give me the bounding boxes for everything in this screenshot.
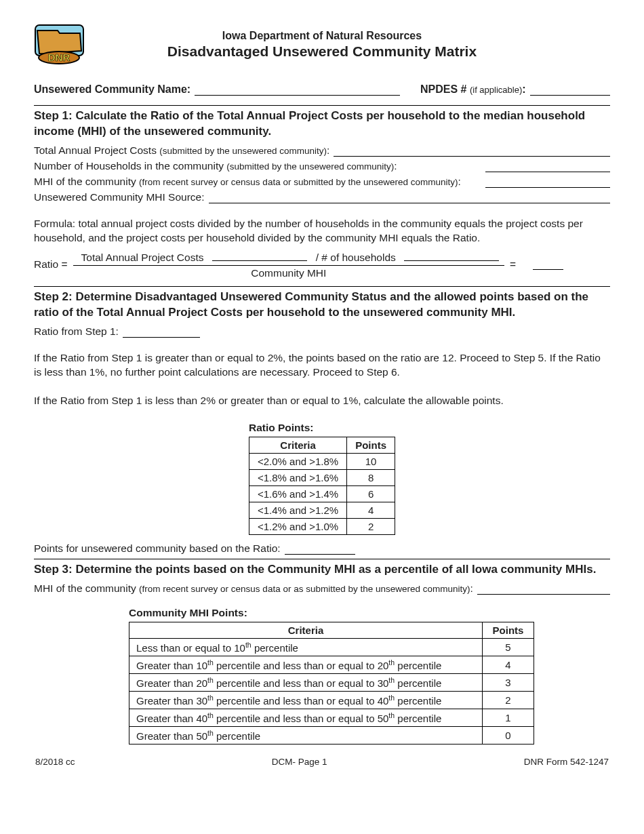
step3-mhi-input[interactable]: [477, 582, 610, 595]
footer: 8/2018 cc DCM- Page 1 DNR Form 542-1247: [34, 757, 610, 767]
step1-heading: Step 1: Calculate the Ratio of the Total…: [34, 108, 610, 140]
ratio-from-label: Ratio from Step 1:: [34, 325, 123, 338]
ratio-formula: Ratio = Total Annual Project Costs / # o…: [34, 250, 610, 279]
tapc-label: Total Annual Project Costs (submitted by…: [34, 144, 334, 157]
col-points: Points: [483, 622, 534, 639]
separator: [34, 559, 610, 559]
ratio-result-blank[interactable]: [533, 258, 563, 270]
step3-mhi-label: MHI of the community (from recent survey…: [34, 582, 477, 595]
page: DNR Iowa Department of Natural Resources…: [0, 0, 644, 780]
dnr-logo: DNR: [34, 24, 85, 66]
col-criteria: Criteria: [249, 437, 346, 454]
ratio-table-caption: Ratio Points:: [249, 422, 395, 437]
footer-center: DCM- Page 1: [272, 757, 327, 767]
npdes-label: NPDES # (if applicable):: [420, 83, 530, 96]
ratio-points-table: Ratio Points: Criteria Points <2.0% and …: [249, 422, 395, 535]
table-row: Greater than 10th percentile and less th…: [129, 656, 534, 674]
table-row: <1.4% and >1.2%4: [249, 502, 395, 519]
separator: [34, 286, 610, 287]
col-points: Points: [347, 437, 395, 454]
hh-label: Number of Households in the community (s…: [34, 160, 401, 172]
svg-text:DNR: DNR: [48, 52, 71, 63]
table-row: Greater than 30th percentile and less th…: [129, 692, 534, 709]
step2-para2: If the Ratio from Step 1 is less than 2%…: [34, 394, 610, 408]
hh-input[interactable]: [485, 159, 610, 172]
step2-para1: If the Ratio from Step 1 is greater than…: [34, 351, 610, 380]
mhisrc-label: Unsewered Community MHI Source:: [34, 191, 209, 203]
table-row: Less than or equal to 10th percentile5: [129, 639, 534, 656]
table-row: Greater than 40th percentile and less th…: [129, 709, 534, 727]
footer-left: 8/2018 cc: [35, 757, 75, 767]
step3-heading: Step 3: Determine the points based on th…: [34, 562, 610, 578]
department-name: Iowa Department of Natural Resources: [98, 30, 546, 42]
tapc-input[interactable]: [334, 144, 610, 157]
ratio-from-input[interactable]: [123, 325, 200, 338]
table-row: <1.8% and >1.6%8: [249, 470, 395, 486]
npdes-input[interactable]: [530, 83, 610, 96]
col-criteria: Criteria: [129, 622, 483, 639]
community-name-label: Unsewered Community Name:: [34, 83, 195, 96]
ratio-points-input[interactable]: [285, 542, 355, 555]
ratio-hh-blank[interactable]: [404, 250, 499, 261]
mhisrc-input[interactable]: [209, 191, 610, 203]
separator: [34, 105, 610, 106]
ratio-label: Ratio =: [34, 258, 68, 271]
top-fields: Unsewered Community Name: NPDES # (if ap…: [34, 83, 610, 96]
mhi-input[interactable]: [485, 175, 610, 188]
formula-text: Formula: total annual project costs divi…: [34, 217, 610, 245]
table-row: <2.0% and >1.8%10: [249, 454, 395, 470]
mhi-label: MHI of the community (from recent survey…: [34, 176, 465, 188]
mhi-table-caption: Community MHI Points:: [129, 607, 534, 622]
header-text: Iowa Department of Natural Resources Dis…: [98, 30, 546, 60]
ratio-fraction: Total Annual Project Costs / # of househ…: [73, 250, 505, 279]
table-row: Greater than 20th percentile and less th…: [129, 674, 534, 692]
footer-right: DNR Form 542-1247: [524, 757, 609, 767]
table-row: <1.2% and >1.0%2: [249, 519, 395, 535]
step2-heading: Step 2: Determine Disadvantaged Unsewere…: [34, 290, 610, 321]
ratio-points-label: Points for unsewered community based on …: [34, 542, 285, 555]
page-title: Disadvantaged Unsewered Community Matrix: [98, 43, 546, 60]
community-name-input[interactable]: [195, 83, 400, 96]
table-row: Greater than 50th percentile0: [129, 727, 534, 744]
mhi-points-table: Community MHI Points: Criteria Points Le…: [129, 607, 534, 744]
equals-sign: =: [510, 258, 516, 271]
table-row: <1.6% and >1.4%6: [249, 486, 395, 502]
ratio-tapc-blank[interactable]: [212, 250, 307, 261]
header: DNR Iowa Department of Natural Resources…: [34, 24, 610, 66]
